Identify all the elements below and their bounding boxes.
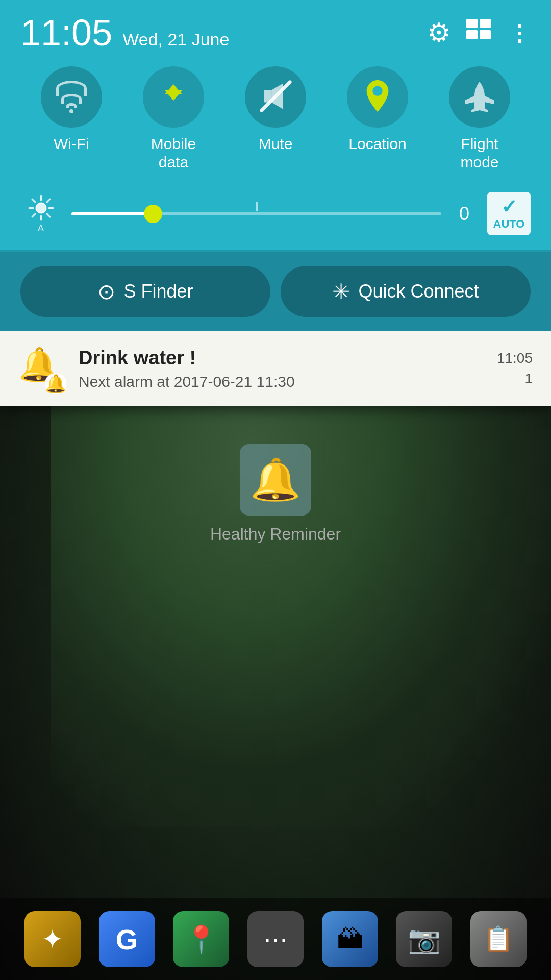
- status-right: ⚙ ⋮: [427, 17, 531, 48]
- toggle-mobile-data[interactable]: Mobiledata: [133, 66, 214, 172]
- app-label: Healthy Reminder: [210, 524, 341, 545]
- toggle-flight-mode[interactable]: Flightmode: [439, 66, 520, 172]
- wifi-button[interactable]: [41, 66, 102, 128]
- svg-line-15: [32, 199, 35, 202]
- checkmark-icon: ✓: [501, 197, 517, 216]
- brightness-row: A 0 ✓ AUTO: [0, 187, 551, 250]
- toggle-row: Wi-Fi Mobiledata: [0, 56, 551, 187]
- mobile-data-icon: [156, 79, 191, 115]
- time-display: 11:05: [20, 14, 112, 51]
- messages-icon: ⋯: [263, 925, 288, 953]
- notification-meta: 11:05 1: [497, 350, 533, 387]
- notes-icon: 📋: [483, 925, 514, 953]
- dock-icon-camera[interactable]: 📷: [396, 911, 452, 967]
- brightness-value: 0: [452, 203, 477, 225]
- brightness-auto-sub: A: [38, 223, 44, 234]
- app-icon-box: 🔔: [240, 444, 311, 516]
- game-icon: ✦: [41, 924, 64, 954]
- toggle-wifi[interactable]: Wi-Fi: [31, 66, 112, 153]
- settings-icon[interactable]: ⚙: [427, 17, 451, 48]
- slider-marker: [256, 202, 258, 211]
- quick-connect-icon: ✳: [332, 279, 350, 304]
- mute-icon: [259, 80, 292, 115]
- dock-icon-maps[interactable]: 📍: [173, 911, 229, 967]
- notification-icon-area: 🔔 🔔: [18, 346, 64, 391]
- google-icon: G: [116, 923, 138, 956]
- s-finder-icon: ⊙: [97, 279, 115, 304]
- bell-icon: 🔔: [250, 456, 301, 504]
- dock-icon-gallery[interactable]: 🏔: [322, 911, 378, 967]
- notification-subtitle: Next alarm at 2017-06-21 11:30: [79, 373, 483, 390]
- wifi-label: Wi-Fi: [54, 135, 89, 153]
- mobile-data-label: Mobiledata: [151, 135, 196, 172]
- flight-mode-label: Flightmode: [460, 135, 498, 172]
- status-left: 11:05 Wed, 21 June: [20, 14, 229, 51]
- s-finder-label: S Finder: [123, 281, 193, 302]
- slider-thumb[interactable]: [144, 205, 162, 223]
- svg-rect-0: [466, 19, 478, 28]
- dock-icon-messages[interactable]: ⋯: [247, 911, 304, 967]
- mute-label: Mute: [259, 135, 293, 153]
- location-label: Location: [348, 135, 406, 153]
- auto-brightness-checkbox[interactable]: ✓ AUTO: [487, 192, 531, 235]
- flight-mode-button[interactable]: [449, 66, 510, 128]
- wifi-icon: [56, 81, 87, 113]
- dock-icon-notes[interactable]: 📋: [470, 911, 527, 967]
- svg-rect-1: [480, 19, 491, 28]
- dock-icon-game[interactable]: ✦: [24, 911, 81, 967]
- camera-icon: 📷: [408, 924, 441, 955]
- dock: ✦ G 📍 ⋯ 🏔 📷 📋: [0, 898, 551, 980]
- auto-label: AUTO: [493, 217, 525, 231]
- mobile-data-button[interactable]: [143, 66, 204, 128]
- dock-icon-google[interactable]: G: [99, 911, 155, 967]
- notification-panel: 11:05 Wed, 21 June ⚙ ⋮: [0, 0, 551, 406]
- svg-line-17: [47, 199, 50, 202]
- svg-marker-5: [165, 84, 182, 94]
- notification-text-area: Drink water ! Next alarm at 2017-06-21 1…: [79, 347, 483, 390]
- notification-count: 1: [524, 371, 533, 387]
- quick-connect-label: Quick Connect: [358, 281, 479, 302]
- status-bar: 11:05 Wed, 21 June ⚙ ⋮: [0, 0, 551, 56]
- s-finder-button[interactable]: ⊙ S Finder: [20, 266, 270, 317]
- date-display: Wed, 21 June: [122, 30, 229, 50]
- notification-time: 11:05: [497, 350, 533, 366]
- quick-settings-panel: 11:05 Wed, 21 June ⚙ ⋮: [0, 0, 551, 250]
- brightness-icon: A: [20, 194, 61, 234]
- notification-title: Drink water !: [79, 347, 483, 369]
- location-button[interactable]: [347, 66, 408, 128]
- notification-bell-badge-icon: 🔔: [45, 373, 66, 394]
- svg-rect-3: [480, 30, 491, 39]
- healthy-reminder-app[interactable]: 🔔 Healthy Reminder: [210, 444, 341, 545]
- slider-fill: [71, 212, 153, 215]
- location-icon: [362, 78, 393, 116]
- action-buttons-row: ⊙ S Finder ✳ Quick Connect: [0, 252, 551, 331]
- flight-icon: [462, 79, 497, 115]
- toggle-mute[interactable]: Mute: [235, 66, 316, 153]
- gallery-icon: 🏔: [337, 924, 363, 954]
- svg-point-10: [36, 203, 46, 213]
- svg-line-16: [47, 214, 50, 217]
- mute-button[interactable]: [245, 66, 306, 128]
- quick-connect-button[interactable]: ✳ Quick Connect: [281, 266, 531, 317]
- more-options-icon[interactable]: ⋮: [508, 20, 531, 46]
- grid-icon[interactable]: [466, 19, 493, 47]
- svg-rect-2: [466, 30, 478, 39]
- maps-icon: 📍: [185, 924, 218, 955]
- svg-point-9: [372, 86, 382, 96]
- brightness-slider[interactable]: [71, 212, 441, 215]
- svg-line-18: [32, 214, 35, 217]
- notification-card[interactable]: 🔔 🔔 Drink water ! Next alarm at 2017-06-…: [0, 331, 551, 406]
- toggle-location[interactable]: Location: [337, 66, 418, 153]
